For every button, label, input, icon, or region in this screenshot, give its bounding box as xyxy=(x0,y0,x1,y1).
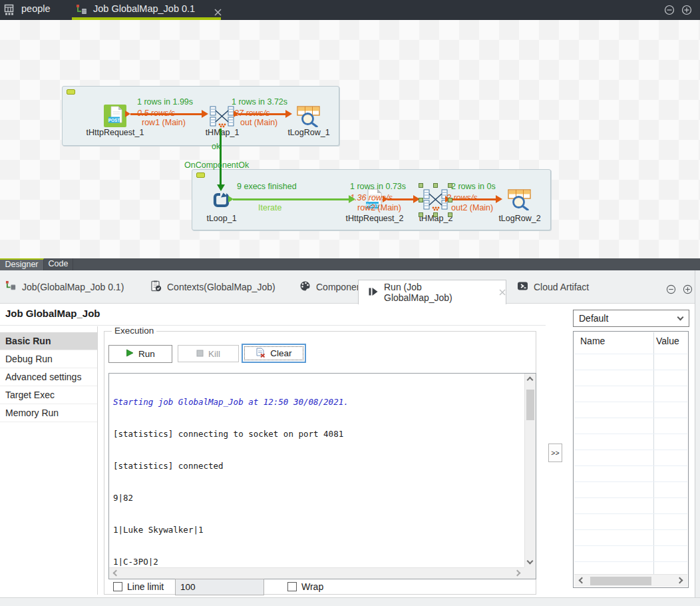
flow-out-start xyxy=(234,111,239,117)
flow-out-line[interactable] xyxy=(238,113,289,115)
wrap-label: Wrap xyxy=(301,581,323,592)
execution-console[interactable]: Starting job GlobalMap_Job at 12:50 30/0… xyxy=(108,373,536,579)
context-variables-table[interactable]: Name Value xyxy=(573,331,689,588)
expand-context-panel-button[interactable]: >> xyxy=(548,444,562,462)
view-tab-cloud[interactable]: Cloud Artifact xyxy=(517,270,589,303)
svg-text:POST: POST xyxy=(108,118,120,123)
view-tab-component-label: Component xyxy=(316,282,364,292)
vertical-scroll-thumb[interactable] xyxy=(526,390,534,420)
run-button-label: Run xyxy=(138,349,155,359)
row1-name[interactable]: row1 (Main) xyxy=(142,118,186,127)
view-tab-run[interactable]: Run (Job GlobalMap_Job) xyxy=(358,280,506,304)
kill-button[interactable]: Kill xyxy=(178,345,239,362)
column-divider xyxy=(653,332,654,575)
line-limit-checkbox[interactable] xyxy=(113,582,122,591)
view-tab-component[interactable]: Component xyxy=(299,270,364,303)
thttprequest-1-icon[interactable]: POST xyxy=(104,105,126,130)
iterate-stat: 9 execs finished xyxy=(237,182,297,191)
right-edge-strip xyxy=(695,270,700,597)
editor-tabbar: people Job GlobalMap_Job 0.1 xyxy=(0,0,700,20)
subjob-2-collapse-button[interactable] xyxy=(196,172,205,178)
component-label[interactable]: tHMap_1 xyxy=(202,128,242,137)
console-line: 1|Luke Skywalker|1 xyxy=(113,525,520,535)
view-minimize-icon[interactable] xyxy=(666,284,676,297)
component-label[interactable]: tLoop_1 xyxy=(200,214,244,223)
clear-button[interactable]: Clear xyxy=(242,344,306,363)
tab-code[interactable]: Code xyxy=(44,258,73,270)
thmap-2-icon[interactable] xyxy=(423,188,448,215)
flow-row1-line[interactable] xyxy=(130,113,205,115)
tlogrow-2-icon[interactable] xyxy=(508,189,531,213)
trigger-label[interactable]: OnComponentOk xyxy=(184,160,249,170)
sidebar-divider xyxy=(97,326,98,595)
out2-name[interactable]: out2 (Main) xyxy=(451,203,493,212)
clear-document-icon xyxy=(256,348,265,360)
row1-stat: 1 rows in 1.99s xyxy=(137,97,193,107)
line-limit-input[interactable] xyxy=(175,579,264,595)
tab-designer[interactable]: Designer xyxy=(0,258,44,270)
line-limit-label: Line limit xyxy=(127,581,164,592)
trigger-arrowhead xyxy=(217,184,225,191)
subjob-1-collapse-button[interactable] xyxy=(67,89,75,95)
view-tab-job[interactable]: Job(GlobalMap_Job 0.1) xyxy=(5,270,124,303)
out-name[interactable]: out (Main) xyxy=(240,118,277,127)
minimize-icon[interactable] xyxy=(664,5,675,18)
column-header-value[interactable]: Value xyxy=(656,336,679,346)
title-separator xyxy=(0,325,546,326)
row2-stat: 1 rows in 0.73s xyxy=(350,182,406,191)
component-label[interactable]: tHttpRequest_1 xyxy=(69,128,162,137)
flow-out2-line[interactable] xyxy=(450,198,500,200)
cloud-artifact-icon xyxy=(517,280,528,294)
tab-job[interactable]: Job GlobalMap_Job 0.1 xyxy=(93,3,195,14)
maximize-icon[interactable] xyxy=(681,5,692,18)
table-scroll-thumb[interactable] xyxy=(590,577,651,585)
console-output[interactable]: Starting job GlobalMap_Job at 12:50 30/0… xyxy=(110,375,523,566)
console-line: [statistics] connected xyxy=(113,461,520,471)
tab-people[interactable]: people xyxy=(21,3,51,14)
run-play-icon xyxy=(126,349,134,359)
tloop-1-icon[interactable] xyxy=(212,191,230,212)
sidebar-item-advanced-settings[interactable]: Advanced settings xyxy=(0,368,97,386)
iterate-arrowhead xyxy=(349,195,355,203)
scroll-left-icon[interactable] xyxy=(113,570,120,577)
scroll-right-icon[interactable] xyxy=(514,570,521,577)
run-button[interactable]: Run xyxy=(108,345,172,363)
component-label[interactable]: tLogRow_2 xyxy=(495,214,544,223)
component-label[interactable]: tHttpRequest_2 xyxy=(338,214,411,223)
component-label[interactable]: tLogRow_1 xyxy=(284,128,333,137)
sidebar-item-basic-run[interactable]: Basic Run xyxy=(0,332,97,350)
row2-name[interactable]: row2 (Main) xyxy=(357,203,401,212)
column-header-name[interactable]: Name xyxy=(580,336,605,346)
contexts-icon xyxy=(150,280,162,294)
iterate-line[interactable] xyxy=(233,198,353,200)
view-tab-contexts[interactable]: Contexts(GlobalMap_Job) xyxy=(150,270,275,303)
console-horizontal-scrollbar[interactable] xyxy=(109,567,524,579)
scroll-up-icon[interactable] xyxy=(527,377,534,384)
status-bar xyxy=(0,597,700,606)
kill-button-label: Kill xyxy=(208,349,220,359)
iterate-name[interactable]: Iterate xyxy=(258,203,281,212)
run-tab-close-icon[interactable] xyxy=(499,287,506,298)
table-horizontal-scrollbar[interactable] xyxy=(574,574,687,587)
view-tab-job-label: Job(GlobalMap_Job 0.1) xyxy=(22,282,124,292)
sidebar-item-debug-run[interactable]: Debug Run xyxy=(0,350,97,368)
console-line: 9|82 xyxy=(113,493,520,503)
kill-stop-icon xyxy=(196,349,204,359)
console-vertical-scrollbar[interactable] xyxy=(524,374,536,567)
execution-legend: Execution xyxy=(112,326,156,336)
clear-button-label: Clear xyxy=(270,348,291,358)
context-select-value: Default xyxy=(579,313,608,324)
sidebar-item-memory-run[interactable]: Memory Run xyxy=(0,404,97,422)
out-stat: 1 rows in 3.72s xyxy=(232,97,287,107)
tlogrow-1-icon[interactable] xyxy=(297,106,320,130)
table-scroll-right-icon[interactable] xyxy=(677,577,683,584)
sidebar-item-target-exec[interactable]: Target Exec xyxy=(0,386,97,404)
trigger-line[interactable] xyxy=(220,129,222,185)
job-design-canvas[interactable]: POST tHttpRequest_1 tHMap_1 tLogRow_1 1 … xyxy=(0,20,700,258)
wrap-checkbox[interactable] xyxy=(287,582,297,591)
view-maximize-icon[interactable] xyxy=(683,284,693,297)
context-select[interactable]: Default xyxy=(573,310,689,327)
scroll-down-icon[interactable] xyxy=(527,558,534,565)
table-scroll-left-icon[interactable] xyxy=(579,577,586,584)
job-title: Job GlobalMap_Job xyxy=(5,308,100,319)
